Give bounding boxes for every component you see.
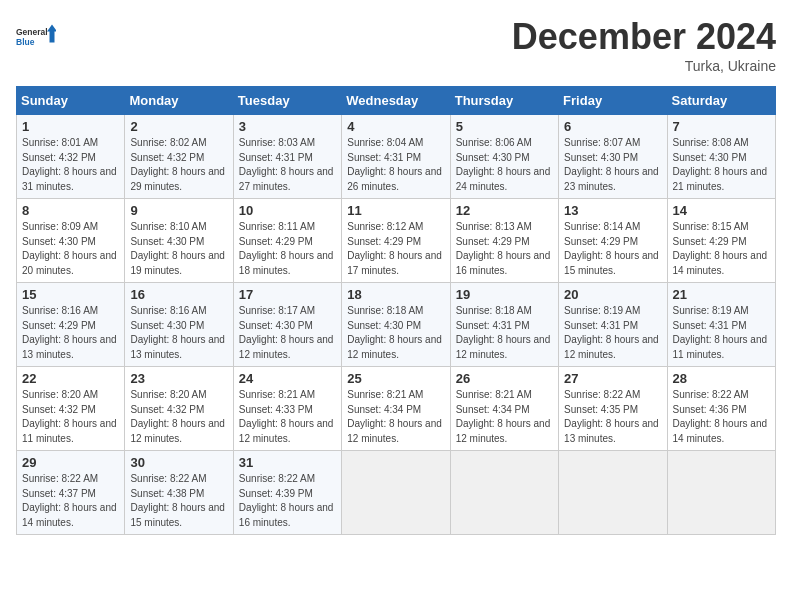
- day-detail: Sunrise: 8:18 AMSunset: 4:31 PMDaylight:…: [456, 305, 551, 360]
- calendar-table: SundayMondayTuesdayWednesdayThursdayFrid…: [16, 86, 776, 535]
- calendar-cell: 20 Sunrise: 8:19 AMSunset: 4:31 PMDaylig…: [559, 283, 667, 367]
- header-saturday: Saturday: [667, 87, 775, 115]
- day-number: 25: [347, 371, 444, 386]
- day-detail: Sunrise: 8:21 AMSunset: 4:34 PMDaylight:…: [456, 389, 551, 444]
- day-detail: Sunrise: 8:04 AMSunset: 4:31 PMDaylight:…: [347, 137, 442, 192]
- title-block: December 2024 Turka, Ukraine: [512, 16, 776, 74]
- day-detail: Sunrise: 8:20 AMSunset: 4:32 PMDaylight:…: [22, 389, 117, 444]
- header-thursday: Thursday: [450, 87, 558, 115]
- day-detail: Sunrise: 8:14 AMSunset: 4:29 PMDaylight:…: [564, 221, 659, 276]
- calendar-cell: 6 Sunrise: 8:07 AMSunset: 4:30 PMDayligh…: [559, 115, 667, 199]
- calendar-cell: 9 Sunrise: 8:10 AMSunset: 4:30 PMDayligh…: [125, 199, 233, 283]
- calendar-cell: 21 Sunrise: 8:19 AMSunset: 4:31 PMDaylig…: [667, 283, 775, 367]
- day-number: 7: [673, 119, 770, 134]
- day-detail: Sunrise: 8:11 AMSunset: 4:29 PMDaylight:…: [239, 221, 334, 276]
- calendar-cell: 8 Sunrise: 8:09 AMSunset: 4:30 PMDayligh…: [17, 199, 125, 283]
- calendar-cell: [450, 451, 558, 535]
- calendar-cell: 17 Sunrise: 8:17 AMSunset: 4:30 PMDaylig…: [233, 283, 341, 367]
- calendar-cell: 15 Sunrise: 8:16 AMSunset: 4:29 PMDaylig…: [17, 283, 125, 367]
- day-detail: Sunrise: 8:03 AMSunset: 4:31 PMDaylight:…: [239, 137, 334, 192]
- calendar-cell: 13 Sunrise: 8:14 AMSunset: 4:29 PMDaylig…: [559, 199, 667, 283]
- calendar-cell: 16 Sunrise: 8:16 AMSunset: 4:30 PMDaylig…: [125, 283, 233, 367]
- week-row-5: 29 Sunrise: 8:22 AMSunset: 4:37 PMDaylig…: [17, 451, 776, 535]
- header-friday: Friday: [559, 87, 667, 115]
- day-number: 26: [456, 371, 553, 386]
- day-number: 12: [456, 203, 553, 218]
- day-number: 24: [239, 371, 336, 386]
- day-detail: Sunrise: 8:20 AMSunset: 4:32 PMDaylight:…: [130, 389, 225, 444]
- calendar-cell: [342, 451, 450, 535]
- day-detail: Sunrise: 8:21 AMSunset: 4:34 PMDaylight:…: [347, 389, 442, 444]
- day-number: 3: [239, 119, 336, 134]
- day-detail: Sunrise: 8:17 AMSunset: 4:30 PMDaylight:…: [239, 305, 334, 360]
- month-title: December 2024: [512, 16, 776, 58]
- day-number: 27: [564, 371, 661, 386]
- day-detail: Sunrise: 8:09 AMSunset: 4:30 PMDaylight:…: [22, 221, 117, 276]
- day-detail: Sunrise: 8:22 AMSunset: 4:39 PMDaylight:…: [239, 473, 334, 528]
- day-number: 29: [22, 455, 119, 470]
- calendar-cell: 26 Sunrise: 8:21 AMSunset: 4:34 PMDaylig…: [450, 367, 558, 451]
- calendar-cell: 2 Sunrise: 8:02 AMSunset: 4:32 PMDayligh…: [125, 115, 233, 199]
- day-detail: Sunrise: 8:21 AMSunset: 4:33 PMDaylight:…: [239, 389, 334, 444]
- day-number: 9: [130, 203, 227, 218]
- week-row-1: 1 Sunrise: 8:01 AMSunset: 4:32 PMDayligh…: [17, 115, 776, 199]
- calendar-cell: 11 Sunrise: 8:12 AMSunset: 4:29 PMDaylig…: [342, 199, 450, 283]
- day-number: 30: [130, 455, 227, 470]
- calendar-cell: 10 Sunrise: 8:11 AMSunset: 4:29 PMDaylig…: [233, 199, 341, 283]
- location: Turka, Ukraine: [512, 58, 776, 74]
- day-detail: Sunrise: 8:15 AMSunset: 4:29 PMDaylight:…: [673, 221, 768, 276]
- calendar-cell: [667, 451, 775, 535]
- day-number: 8: [22, 203, 119, 218]
- day-detail: Sunrise: 8:01 AMSunset: 4:32 PMDaylight:…: [22, 137, 117, 192]
- calendar-cell: 18 Sunrise: 8:18 AMSunset: 4:30 PMDaylig…: [342, 283, 450, 367]
- day-number: 6: [564, 119, 661, 134]
- calendar-cell: 23 Sunrise: 8:20 AMSunset: 4:32 PMDaylig…: [125, 367, 233, 451]
- day-detail: Sunrise: 8:06 AMSunset: 4:30 PMDaylight:…: [456, 137, 551, 192]
- header-tuesday: Tuesday: [233, 87, 341, 115]
- day-number: 17: [239, 287, 336, 302]
- svg-text:General: General: [16, 27, 48, 37]
- day-number: 22: [22, 371, 119, 386]
- logo: General Blue: [16, 16, 56, 56]
- header-monday: Monday: [125, 87, 233, 115]
- day-number: 21: [673, 287, 770, 302]
- day-detail: Sunrise: 8:13 AMSunset: 4:29 PMDaylight:…: [456, 221, 551, 276]
- day-detail: Sunrise: 8:22 AMSunset: 4:38 PMDaylight:…: [130, 473, 225, 528]
- calendar-cell: 27 Sunrise: 8:22 AMSunset: 4:35 PMDaylig…: [559, 367, 667, 451]
- day-number: 5: [456, 119, 553, 134]
- day-detail: Sunrise: 8:22 AMSunset: 4:37 PMDaylight:…: [22, 473, 117, 528]
- day-number: 20: [564, 287, 661, 302]
- calendar-cell: 24 Sunrise: 8:21 AMSunset: 4:33 PMDaylig…: [233, 367, 341, 451]
- day-number: 18: [347, 287, 444, 302]
- week-row-4: 22 Sunrise: 8:20 AMSunset: 4:32 PMDaylig…: [17, 367, 776, 451]
- day-detail: Sunrise: 8:07 AMSunset: 4:30 PMDaylight:…: [564, 137, 659, 192]
- calendar-cell: 25 Sunrise: 8:21 AMSunset: 4:34 PMDaylig…: [342, 367, 450, 451]
- day-detail: Sunrise: 8:08 AMSunset: 4:30 PMDaylight:…: [673, 137, 768, 192]
- calendar-cell: 12 Sunrise: 8:13 AMSunset: 4:29 PMDaylig…: [450, 199, 558, 283]
- calendar-cell: 28 Sunrise: 8:22 AMSunset: 4:36 PMDaylig…: [667, 367, 775, 451]
- day-number: 2: [130, 119, 227, 134]
- day-detail: Sunrise: 8:16 AMSunset: 4:29 PMDaylight:…: [22, 305, 117, 360]
- calendar-cell: 4 Sunrise: 8:04 AMSunset: 4:31 PMDayligh…: [342, 115, 450, 199]
- calendar-cell: 5 Sunrise: 8:06 AMSunset: 4:30 PMDayligh…: [450, 115, 558, 199]
- svg-text:Blue: Blue: [16, 37, 35, 47]
- day-detail: Sunrise: 8:18 AMSunset: 4:30 PMDaylight:…: [347, 305, 442, 360]
- day-detail: Sunrise: 8:10 AMSunset: 4:30 PMDaylight:…: [130, 221, 225, 276]
- calendar-cell: 3 Sunrise: 8:03 AMSunset: 4:31 PMDayligh…: [233, 115, 341, 199]
- page-header: General Blue December 2024 Turka, Ukrain…: [16, 16, 776, 74]
- day-number: 31: [239, 455, 336, 470]
- calendar-header-row: SundayMondayTuesdayWednesdayThursdayFrid…: [17, 87, 776, 115]
- day-number: 16: [130, 287, 227, 302]
- calendar-cell: 30 Sunrise: 8:22 AMSunset: 4:38 PMDaylig…: [125, 451, 233, 535]
- calendar-cell: 31 Sunrise: 8:22 AMSunset: 4:39 PMDaylig…: [233, 451, 341, 535]
- calendar-cell: 22 Sunrise: 8:20 AMSunset: 4:32 PMDaylig…: [17, 367, 125, 451]
- calendar-cell: 14 Sunrise: 8:15 AMSunset: 4:29 PMDaylig…: [667, 199, 775, 283]
- day-detail: Sunrise: 8:12 AMSunset: 4:29 PMDaylight:…: [347, 221, 442, 276]
- day-number: 23: [130, 371, 227, 386]
- calendar-cell: 19 Sunrise: 8:18 AMSunset: 4:31 PMDaylig…: [450, 283, 558, 367]
- calendar-cell: 7 Sunrise: 8:08 AMSunset: 4:30 PMDayligh…: [667, 115, 775, 199]
- header-wednesday: Wednesday: [342, 87, 450, 115]
- day-detail: Sunrise: 8:19 AMSunset: 4:31 PMDaylight:…: [673, 305, 768, 360]
- day-number: 14: [673, 203, 770, 218]
- day-number: 15: [22, 287, 119, 302]
